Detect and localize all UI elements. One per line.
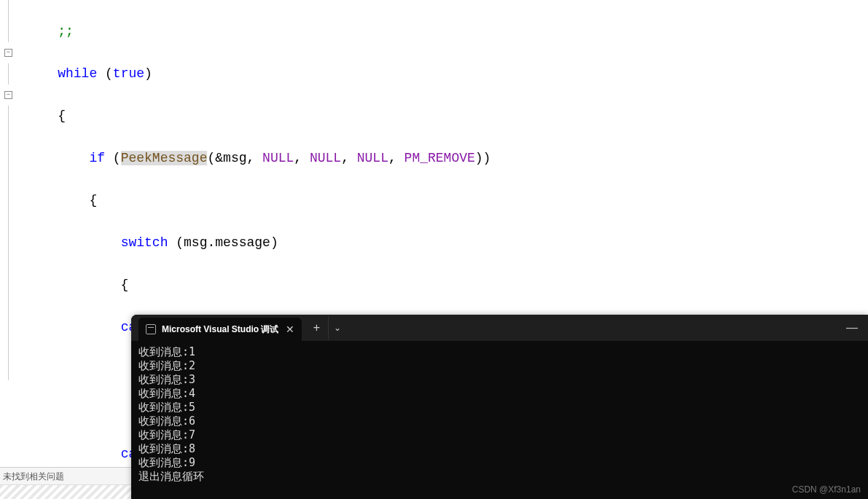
terminal-line: 收到消息:5 [138,401,861,414]
terminal-output[interactable]: 收到消息:1 收到消息:2 收到消息:3 收到消息:4 收到消息:5 收到消息:… [131,341,868,488]
terminal-tab-title: Microsoft Visual Studio 调试 [162,323,278,336]
code-line[interactable]: switch (msg.message) [26,232,868,254]
terminal-tab[interactable]: Microsoft Visual Studio 调试 ✕ [138,318,302,341]
code-line[interactable]: { [26,275,868,296]
new-tab-button[interactable]: + [305,316,328,339]
collapse-icon[interactable]: − [4,91,12,99]
status-text: 未找到相关问题 [3,471,64,482]
code-line[interactable]: while (true) [26,63,868,85]
terminal-line: 收到消息:8 [138,442,861,456]
terminal-line: 收到消息:3 [138,373,861,387]
collapse-icon[interactable]: − [4,49,12,57]
terminal-line: 收到消息:9 [138,456,861,470]
terminal-line: 收到消息:2 [138,359,861,373]
watermark-text: CSDN @Xf3n1an [792,484,861,495]
code-line[interactable]: ;; [26,21,868,42]
terminal-line: 退出消息循环 [138,470,861,484]
minimize-button[interactable]: — [836,321,868,334]
tab-dropdown-icon[interactable]: ⌄ [328,316,345,339]
terminal-line: 收到消息:7 [138,428,861,442]
terminal-window[interactable]: Microsoft Visual Studio 调试 ✕ + ⌄ — 收到消息:… [131,315,868,499]
status-bar: 未找到相关问题 💡▾ [0,467,131,484]
editor-gutter: − − [0,0,19,499]
code-line[interactable]: { [26,106,868,127]
terminal-line: 收到消息:4 [138,387,861,401]
code-line[interactable]: { [26,190,868,211]
terminal-line: 收到消息:6 [138,414,861,428]
code-line[interactable]: if (PeekMessage(&msg, NULL, NULL, NULL, … [26,148,868,169]
editor-bottom-strip [0,484,131,499]
terminal-tab-icon [146,324,156,334]
terminal-titlebar[interactable]: Microsoft Visual Studio 调试 ✕ + ⌄ — [131,315,868,341]
close-icon[interactable]: ✕ [286,323,294,335]
terminal-line: 收到消息:1 [138,345,861,359]
